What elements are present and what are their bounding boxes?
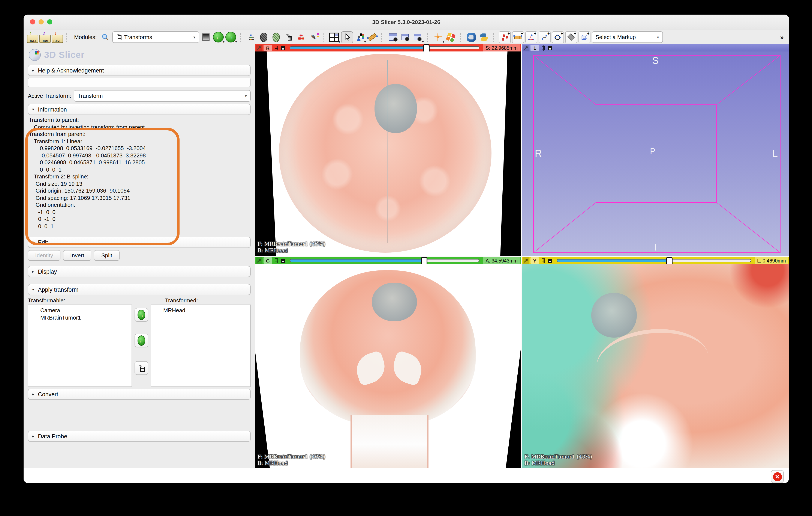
transform-grid-icon[interactable] xyxy=(540,258,546,263)
identity-button[interactable]: Identity xyxy=(28,250,60,261)
scene-view-button[interactable] xyxy=(400,31,411,43)
section-apply-transform[interactable]: ▾ Apply transform xyxy=(28,284,251,295)
pin-icon[interactable] xyxy=(523,257,529,264)
volumes-module-button[interactable] xyxy=(258,31,269,43)
create-point-list-button[interactable]: + xyxy=(499,31,511,43)
create-closed-curve-button[interactable]: + xyxy=(552,31,564,43)
plus-icon: + xyxy=(508,31,510,35)
models-module-button[interactable] xyxy=(271,31,282,43)
list-item[interactable]: Camera xyxy=(28,307,132,314)
extensions-wizard-button[interactable] xyxy=(445,31,456,43)
active-transform-value: Transform xyxy=(78,93,103,99)
center-view-icon[interactable] xyxy=(540,45,546,51)
invert-button[interactable]: Invert xyxy=(63,250,91,261)
create-line-button[interactable]: + xyxy=(512,31,524,43)
info-line: Transform to parent: xyxy=(28,117,251,124)
transform-grid-icon[interactable] xyxy=(273,45,279,51)
model-icon xyxy=(273,32,280,42)
scene-view-stack-icon xyxy=(414,34,422,40)
list-item[interactable]: MRBrainTumor1 xyxy=(28,314,132,321)
mouse-interaction-mode-button[interactable] xyxy=(341,31,353,43)
view-menu-icon[interactable] xyxy=(547,258,553,263)
threed-canvas[interactable]: S I R L P xyxy=(522,52,789,256)
yellow-slice-canvas[interactable]: F: MRBrainTumor1 (43%) B: MRHead xyxy=(522,264,789,468)
layout-selector-button[interactable]: ▾ xyxy=(329,31,340,43)
create-open-curve-button[interactable]: + xyxy=(539,31,551,43)
chevron-down-icon: ▾ xyxy=(32,240,34,244)
yellow-slice-view: Y L: 0.4690mm F: MRBrainTumor1 (43%) xyxy=(522,257,789,468)
view-menu-icon[interactable] xyxy=(280,258,286,263)
view-menu-icon[interactable] xyxy=(280,45,286,51)
yellow-slice-slider[interactable] xyxy=(557,259,751,262)
list-item[interactable]: MRHead xyxy=(151,307,250,314)
python-console-button[interactable] xyxy=(478,31,489,43)
ruler-button[interactable] xyxy=(367,31,378,43)
section-edit[interactable]: ▾ Edit xyxy=(28,237,251,248)
apply-transform-button[interactable]: → xyxy=(135,308,148,322)
annotations-button[interactable]: ✎ xyxy=(308,31,319,43)
slicer-logo-icon xyxy=(29,49,41,61)
create-roi-button[interactable]: + xyxy=(578,31,590,43)
point-list-icon xyxy=(503,34,505,37)
markups-module-button[interactable]: ✳✳✳ xyxy=(296,31,307,43)
image-bound-right xyxy=(497,52,521,256)
status-bar: ✕ xyxy=(24,468,789,483)
info-line: Transform 2: B-spline: xyxy=(28,173,251,180)
extension-manager-button[interactable] xyxy=(466,31,477,43)
threed-view: 1 S I R L xyxy=(522,44,789,256)
screenshot-button[interactable] xyxy=(387,31,399,43)
info-line: Grid spacing: 17.1069 17.3015 17.731 xyxy=(28,194,251,201)
slicer-logo-text: 3D Slicer xyxy=(44,50,85,60)
adjust-window-level-button[interactable]: ▾ xyxy=(354,31,366,43)
section-data-probe[interactable]: ▸ Data Probe xyxy=(28,431,251,442)
open-curve-icon xyxy=(541,34,548,40)
transforms-module-button[interactable] xyxy=(283,31,294,43)
next-module-button[interactable]: → ▾ xyxy=(225,31,236,43)
threed-view-controller: 1 xyxy=(522,44,789,52)
green-slice-offset: A: 34.5943mm xyxy=(483,257,520,264)
crosshair-button[interactable]: ▾ xyxy=(433,31,444,43)
create-angle-button[interactable]: + xyxy=(525,31,537,43)
module-selector[interactable]: Transforms ▾ xyxy=(112,31,199,43)
previous-module-button[interactable]: ← ▾ xyxy=(213,31,224,43)
active-transform-selector[interactable]: Transform ▾ xyxy=(74,90,251,102)
section-convert[interactable]: ▸ Convert xyxy=(28,389,251,400)
split-button[interactable]: Split xyxy=(94,250,120,261)
red-slice-canvas[interactable]: F: MRBrainTumor1 (43%) B: MRHead xyxy=(255,52,521,256)
remove-transform-button[interactable]: ← xyxy=(135,334,148,348)
edit-buttons-row: Identity Invert Split xyxy=(28,250,251,261)
create-plane-button[interactable]: + xyxy=(565,31,577,43)
load-dicom-button[interactable]: ↓↑ DCM xyxy=(39,31,51,43)
green-slice-canvas[interactable]: F: MRBrainTumor1 (43%) B: MRHead xyxy=(255,264,521,468)
section-display[interactable]: ▸ Display xyxy=(28,266,251,277)
subject-hierarchy-button[interactable] xyxy=(246,31,257,43)
edit-section-label: Edit xyxy=(38,239,48,246)
pin-icon[interactable] xyxy=(256,257,262,264)
toolbar-overflow-button[interactable]: » xyxy=(780,33,784,41)
pin-icon[interactable] xyxy=(256,45,262,51)
view-menu-icon[interactable] xyxy=(547,45,553,51)
save-button[interactable]: ↓ SAVE xyxy=(52,31,63,43)
module-history-button[interactable] xyxy=(201,31,212,43)
transformable-list[interactable]: Camera MRBrainTumor1 xyxy=(28,304,132,387)
angle-icon xyxy=(528,34,535,40)
harden-transform-button[interactable] xyxy=(135,361,148,375)
error-log-button[interactable]: ✕ xyxy=(771,470,784,483)
scene-view-menu-button[interactable]: ▾ xyxy=(412,31,423,43)
transform-grid-icon[interactable] xyxy=(273,258,279,263)
pen-icon: ✎ xyxy=(311,33,316,41)
slider-fill xyxy=(290,47,426,49)
apply-transform-labels: Transformable: Transformed: xyxy=(28,297,251,304)
red-slice-slider[interactable] xyxy=(290,46,480,49)
section-information[interactable]: ▾ Information xyxy=(28,104,251,115)
green-slice-slider[interactable] xyxy=(290,259,480,262)
module-message-bar xyxy=(28,78,251,87)
transform-module-icon xyxy=(116,34,122,40)
module-search-button[interactable] xyxy=(100,31,111,43)
section-help-acknowledgement[interactable]: ▸ Help & Acknowledgement xyxy=(28,65,251,76)
info-line: 0 -1 0 xyxy=(28,216,251,223)
load-data-button[interactable]: ↑ DATA xyxy=(27,31,38,43)
transformed-list[interactable]: MRHead xyxy=(151,304,251,387)
pin-icon[interactable] xyxy=(523,45,529,51)
markup-selector[interactable]: Select a Markup ▾ xyxy=(592,31,663,43)
